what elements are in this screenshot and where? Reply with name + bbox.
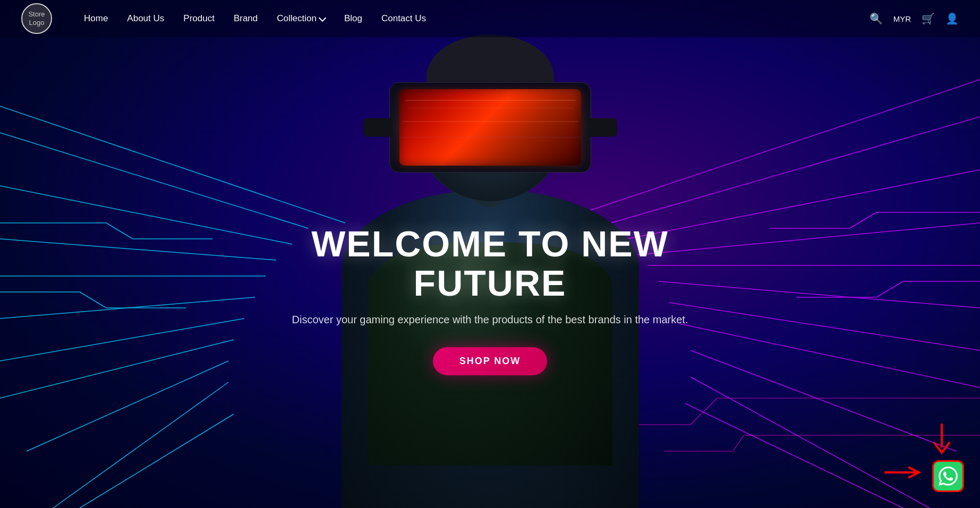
hero-subtitle: Discover your gaming experience with the… xyxy=(251,314,729,326)
shop-now-button[interactable]: SHOP NOW xyxy=(433,347,548,375)
user-icon: 👤 xyxy=(945,13,959,24)
whatsapp-button[interactable] xyxy=(932,460,964,492)
svg-line-7 xyxy=(0,340,234,398)
svg-line-27 xyxy=(685,403,903,508)
nav-actions: 🔍 MYR 🛒 👤 xyxy=(870,12,959,25)
chevron-down-icon xyxy=(319,14,326,21)
svg-line-29 xyxy=(850,212,876,228)
arrow-down-indicator xyxy=(931,424,952,458)
whatsapp-icon xyxy=(939,467,958,486)
svg-line-6 xyxy=(0,318,244,361)
search-button[interactable]: 🔍 xyxy=(870,12,883,25)
navbar: StoreLogo Home About Us Product Brand Co… xyxy=(0,0,980,37)
svg-line-3 xyxy=(0,239,276,260)
vr-strap-right xyxy=(588,118,617,137)
user-account-button[interactable]: 👤 xyxy=(945,12,959,25)
currency-selector[interactable]: MYR xyxy=(893,14,911,23)
hero-title: WELCOME TO NEW FUTURE xyxy=(251,223,729,303)
nav-about-us[interactable]: About Us xyxy=(127,13,164,24)
svg-line-32 xyxy=(876,281,903,297)
nav-contact-us[interactable]: Contact Us xyxy=(381,13,426,24)
svg-line-12 xyxy=(106,223,133,239)
search-icon: 🔍 xyxy=(870,13,883,24)
svg-line-25 xyxy=(691,350,956,451)
nav-product[interactable]: Product xyxy=(183,13,215,24)
person-hat xyxy=(427,35,554,88)
nav-collection-label: Collection xyxy=(277,13,317,24)
svg-line-9 xyxy=(53,382,228,508)
cart-button[interactable]: 🛒 xyxy=(922,12,935,25)
svg-line-26 xyxy=(691,377,930,508)
nav-blog[interactable]: Blog xyxy=(344,13,362,24)
logo-text: StoreLogo xyxy=(28,10,45,27)
nav-home[interactable]: Home xyxy=(84,13,108,24)
svg-line-10 xyxy=(80,414,234,508)
vr-headset xyxy=(389,82,591,173)
nav-links: Home About Us Product Brand Collection B… xyxy=(84,13,870,24)
nav-brand[interactable]: Brand xyxy=(234,13,258,24)
svg-line-2 xyxy=(0,186,292,244)
store-logo[interactable]: StoreLogo xyxy=(21,3,52,34)
svg-line-15 xyxy=(80,292,106,308)
nav-collection[interactable]: Collection xyxy=(277,13,325,24)
svg-line-38 xyxy=(733,435,744,451)
cart-icon: 🛒 xyxy=(922,13,935,24)
hero-content: WELCOME TO NEW FUTURE Discover your gami… xyxy=(251,223,729,375)
hero-section: WELCOME TO NEW FUTURE Discover your gami… xyxy=(0,0,980,508)
vr-visor xyxy=(399,89,581,166)
arrow-right-indicator xyxy=(884,464,927,483)
svg-line-1 xyxy=(0,133,308,228)
svg-line-8 xyxy=(27,361,228,451)
vr-strap-left xyxy=(363,118,393,137)
